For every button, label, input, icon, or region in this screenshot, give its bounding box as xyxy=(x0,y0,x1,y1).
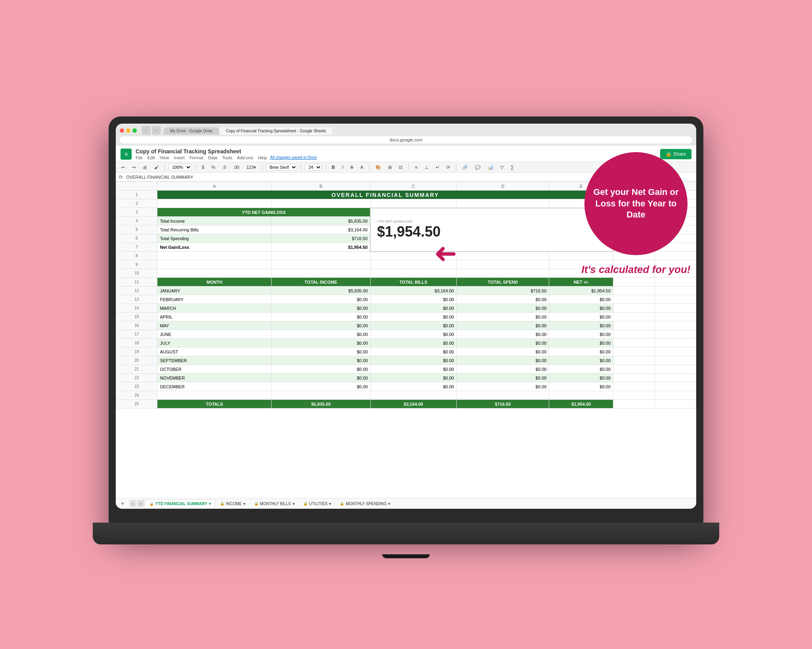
filter-button[interactable]: ▽ xyxy=(498,164,506,171)
menu-view[interactable]: View xyxy=(160,155,169,160)
row-14: 14 MARCH $0.00 $0.00 $0.00 $0.00 xyxy=(116,304,696,313)
month-aug[interactable]: AUGUST xyxy=(157,347,272,356)
minimize-dot[interactable] xyxy=(126,128,130,133)
row-23: 23 DECEMBER $0.00 $0.00 $0.00 $0.00 xyxy=(116,382,696,391)
formula-content[interactable]: OVERALL FINANCIAL SUMMARY xyxy=(126,175,193,179)
row-20: 20 SEPTEMBER $0.00 $0.00 $0.00 $0.00 xyxy=(116,356,696,365)
back-button[interactable]: ‹ xyxy=(142,126,150,135)
format-more-button[interactable]: 123▾ xyxy=(244,164,258,171)
overall-header-cell[interactable]: OVERALL FINANCIAL SUMMARY xyxy=(157,191,613,199)
row-num-1: 1 xyxy=(116,191,157,199)
ytd-header-cell[interactable]: YTD NET GAIN/LOSS xyxy=(157,208,370,217)
align-button[interactable]: ≡ xyxy=(412,164,419,170)
toolbar-separator-2 xyxy=(195,164,196,171)
document-title[interactable]: Copy of Financial Tracking Spreadsheet xyxy=(136,148,656,155)
menu-data[interactable]: Data xyxy=(208,155,217,160)
tab-utilities[interactable]: 🔒 UTILITIES ▾ xyxy=(299,500,335,508)
close-dot[interactable] xyxy=(120,128,124,133)
cell-a6[interactable]: Total Spending xyxy=(157,234,272,243)
month-nov[interactable]: NOVEMBER xyxy=(157,374,272,382)
menu-format[interactable]: Format xyxy=(190,155,203,160)
redo-button[interactable]: ↪ xyxy=(130,164,138,171)
month-feb[interactable]: FEBRUARY xyxy=(157,295,272,304)
tab-monthly-spending[interactable]: 🔒 MONTHLY SPENDING ▾ xyxy=(336,500,394,508)
tab-income[interactable]: 🔒 INCOME ▾ xyxy=(216,500,249,508)
text-wrap-button[interactable]: ↵ xyxy=(433,164,442,171)
menu-edit[interactable]: Edit xyxy=(147,155,155,160)
totals-bills: $3,164.00 xyxy=(370,400,456,408)
row-13: 13 FEBRUARY $0.00 $0.00 $0.00 $0.00 xyxy=(116,295,696,304)
url-bar[interactable]: docs.google.com xyxy=(120,136,692,143)
bold-button[interactable]: B xyxy=(329,164,337,170)
row-18: 18 JULY $0.00 $0.00 $0.00 $0.00 xyxy=(116,339,696,347)
month-may[interactable]: MAY xyxy=(157,321,272,330)
toolbar-separator-4 xyxy=(301,164,301,171)
tab-ytd-financial-summary[interactable]: 🔒 YTD FINANCIAL SUMMARY ▾ xyxy=(145,500,215,508)
paint-format-button[interactable]: 🖌 xyxy=(152,164,161,170)
merge-button[interactable]: ⊡ xyxy=(396,164,405,171)
month-mar[interactable]: MARCH xyxy=(157,304,272,313)
toolbar-separator-1 xyxy=(165,164,165,171)
fx-icon: fx xyxy=(119,174,123,180)
net-col-header: NET +/- xyxy=(549,278,613,286)
text-color-button[interactable]: A xyxy=(358,164,366,170)
strikethrough-button[interactable]: S xyxy=(348,164,356,170)
italic-button[interactable]: I xyxy=(340,164,346,170)
decimal-increase-button[interactable]: .00 xyxy=(231,164,241,170)
cell-b2 xyxy=(272,199,370,208)
lock-icon-3: 🔒 xyxy=(254,502,259,506)
browser-tabs: My Drive - Google Drive Copy of Financia… xyxy=(164,127,332,135)
cell-c2 xyxy=(370,199,456,208)
menu-help[interactable]: Help xyxy=(258,155,267,160)
borders-button[interactable]: ⊞ xyxy=(386,164,394,171)
cell-b6[interactable]: $716.50 xyxy=(272,234,370,243)
percent-button[interactable]: % xyxy=(209,164,218,170)
tab-next-arrow[interactable]: › xyxy=(137,500,144,507)
valign-button[interactable]: ⊥ xyxy=(422,164,431,171)
chart-button[interactable]: 📊 xyxy=(485,164,496,171)
font-size-select[interactable]: 24 xyxy=(305,164,322,171)
decimal-decrease-button[interactable]: .0 xyxy=(220,164,228,170)
tab-google-drive[interactable]: My Drive - Google Drive xyxy=(164,127,219,135)
function-button[interactable]: ∑ xyxy=(508,164,516,170)
fill-color-button[interactable]: 🎨 xyxy=(373,164,383,171)
menu-tools[interactable]: Tools xyxy=(222,155,232,160)
month-sep[interactable]: SEPTEMBER xyxy=(157,356,272,365)
zoom-select[interactable]: 100% xyxy=(169,164,192,171)
tab-google-sheets[interactable]: Copy of Financial Tracking Spreadsheet -… xyxy=(220,127,332,135)
title-area: Copy of Financial Tracking Spreadsheet F… xyxy=(136,148,656,160)
row-15: 15 APRIL $0.00 $0.00 $0.00 $0.00 xyxy=(116,313,696,321)
month-jun[interactable]: JUNE xyxy=(157,330,272,339)
comment-button[interactable]: 💬 xyxy=(473,164,483,171)
month-dec[interactable]: DECEMBER xyxy=(157,382,272,391)
lock-icon-4: 🔒 xyxy=(303,502,308,506)
font-select[interactable]: Bree Serif xyxy=(266,164,297,171)
row-num-4: 4 xyxy=(116,217,157,225)
cell-b5[interactable]: $3,164.00 xyxy=(272,225,370,234)
text-rotate-button[interactable]: ⟳ xyxy=(444,164,452,171)
cell-a4[interactable]: Total Income xyxy=(157,217,272,225)
cell-a7[interactable]: Net Gain/Loss xyxy=(157,243,272,252)
forward-button[interactable]: › xyxy=(152,126,161,135)
cell-b7[interactable]: $1,954.50 xyxy=(272,243,370,252)
month-jul[interactable]: JULY xyxy=(157,339,272,347)
menu-file[interactable]: File xyxy=(136,155,143,160)
cell-a5[interactable]: Total Recurring Bills xyxy=(157,225,272,234)
month-apr[interactable]: APRIL xyxy=(157,313,272,321)
currency-button[interactable]: $ xyxy=(199,164,207,170)
corner-cell xyxy=(116,182,157,191)
maximize-dot[interactable] xyxy=(132,128,137,133)
menu-addons[interactable]: Add-ons xyxy=(237,155,253,160)
tab-monthly-bills[interactable]: 🔒 MONTHLY BILLS ▾ xyxy=(250,500,299,508)
month-jan[interactable]: JANUARY xyxy=(157,286,272,295)
add-sheet-button[interactable]: + xyxy=(118,499,127,508)
undo-button[interactable]: ↩ xyxy=(119,164,127,171)
ytd-display-value: $1,954.50 xyxy=(377,223,607,240)
row-num-9: 9 xyxy=(116,260,157,269)
menu-insert[interactable]: Insert xyxy=(174,155,185,160)
month-oct[interactable]: OCTOBER xyxy=(157,365,272,374)
print-button[interactable]: 🖨 xyxy=(140,164,149,170)
cell-b4[interactable]: $5,835.00 xyxy=(272,217,370,225)
tab-prev-arrow[interactable]: ‹ xyxy=(129,500,136,507)
link-button[interactable]: 🔗 xyxy=(460,164,470,171)
